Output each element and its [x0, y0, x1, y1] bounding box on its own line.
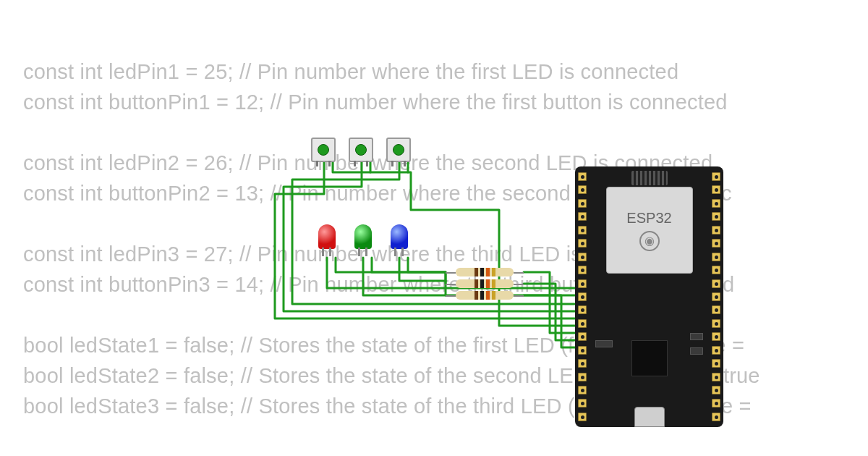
pin-header-right	[712, 172, 720, 421]
board-pin	[578, 332, 587, 341]
push-button-2	[349, 138, 373, 162]
board-pin	[712, 212, 720, 221]
board-pin	[578, 292, 587, 301]
board-pin	[578, 226, 587, 235]
board-pin	[578, 399, 587, 408]
board-pin	[578, 359, 587, 368]
smd-component	[690, 347, 703, 355]
smd-component	[690, 333, 703, 340]
board-pin	[578, 239, 587, 248]
board-pin	[578, 373, 587, 381]
smd-component	[595, 340, 613, 347]
board-pin	[712, 226, 720, 235]
board-pin	[578, 319, 587, 328]
led-red	[318, 224, 336, 249]
board-pin	[578, 346, 587, 355]
board-pin	[578, 413, 587, 421]
board-pin	[712, 279, 720, 288]
led-blue	[391, 224, 408, 249]
pin-header-left	[578, 172, 587, 421]
board-pin	[712, 413, 720, 421]
board-label: ESP32	[626, 210, 671, 227]
push-button-3	[386, 138, 411, 162]
board-pin	[712, 346, 720, 355]
esp32-board: ESP32 ◉	[575, 166, 723, 427]
board-pin	[712, 185, 720, 194]
resistor-1	[456, 268, 514, 276]
led-green	[354, 224, 372, 249]
code-line: const int ledPin1 = 25; // Pin number wh…	[23, 56, 868, 87]
board-pin	[578, 199, 587, 208]
board-pin	[578, 253, 587, 261]
antenna	[631, 171, 668, 185]
code-line: const int buttonPin1 = 12; // Pin number…	[23, 87, 868, 117]
board-pin	[578, 212, 587, 221]
usb-port	[634, 407, 665, 427]
led-row	[318, 224, 408, 249]
resistor-3	[456, 291, 514, 300]
circuit-diagram: ESP32 ◉	[260, 138, 723, 413]
board-pin	[712, 359, 720, 368]
resistor-row	[456, 268, 514, 300]
board-pin	[578, 279, 587, 288]
board-pin	[712, 172, 720, 181]
board-pin	[712, 239, 720, 248]
board-pin	[578, 386, 587, 394]
board-pin	[578, 172, 587, 181]
board-pin	[712, 332, 720, 341]
mcu-chip	[631, 340, 668, 376]
board-pin	[712, 292, 720, 301]
board-pin	[578, 185, 587, 194]
espressif-logo-icon: ◉	[639, 231, 660, 251]
board-pin	[712, 266, 720, 274]
board-pin	[578, 266, 587, 274]
board-pin	[712, 253, 720, 261]
board-pin	[712, 319, 720, 328]
resistor-2	[456, 279, 514, 288]
board-pin	[712, 399, 720, 408]
board-pin	[712, 199, 720, 208]
esp32-shield: ESP32 ◉	[606, 187, 693, 274]
board-pin	[712, 305, 720, 314]
board-pin	[578, 305, 587, 314]
board-pin	[712, 373, 720, 381]
board-pin	[712, 386, 720, 394]
button-row	[311, 138, 411, 162]
push-button-1	[311, 138, 336, 162]
